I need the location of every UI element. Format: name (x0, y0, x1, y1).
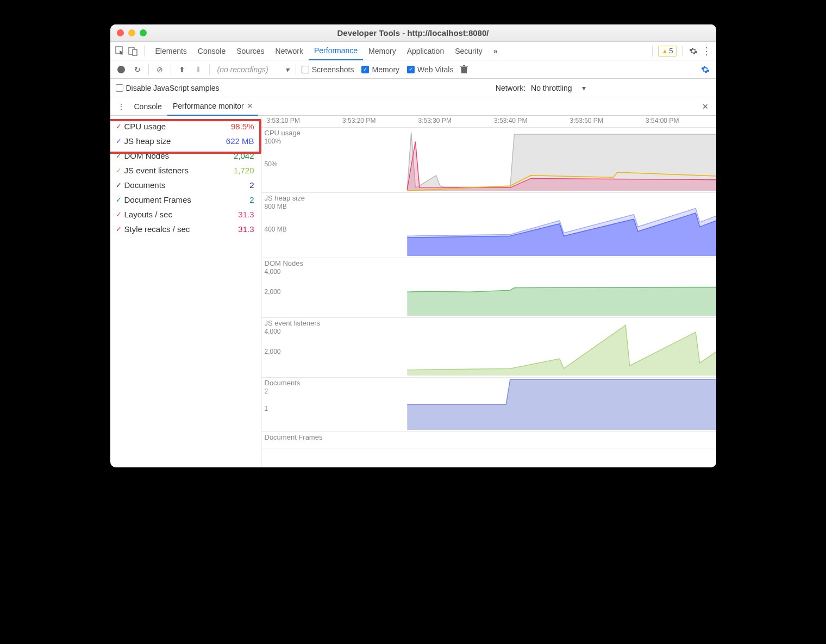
metric-label: Document Frames (124, 195, 216, 204)
time-tick: 3:54:00 PM (646, 117, 679, 124)
settings-icon[interactable] (688, 46, 699, 57)
time-axis: 3:53:10 PM3:53:20 PM3:53:30 PM3:53:40 PM… (261, 116, 716, 128)
time-tick: 3:53:50 PM (570, 117, 603, 124)
metric-js-event-listeners[interactable]: ✓ JS event listeners 1,720 (110, 163, 261, 178)
close-drawer-icon[interactable]: ✕ (700, 102, 711, 111)
panel-settings-icon[interactable] (700, 64, 711, 75)
warning-count: 5 (669, 47, 673, 55)
tab-memory[interactable]: Memory (363, 42, 402, 60)
metric-value: 2 (216, 180, 254, 190)
chart-dom-nodes: DOM Nodes4,0002,000 (261, 258, 716, 318)
warnings-badge[interactable]: ▲ 5 (658, 46, 676, 57)
minimize-window-icon[interactable] (128, 29, 135, 36)
metric-value: 2 (216, 195, 254, 204)
metric-label: Documents (124, 180, 216, 190)
tab-elements[interactable]: Elements (150, 42, 192, 60)
metric-style-recalcs-sec[interactable]: ✓ Style recalcs / sec 31.3 (110, 222, 261, 236)
reload-icon[interactable]: ↻ (132, 64, 143, 75)
metric-label: Layouts / sec (124, 210, 216, 219)
tab-sources[interactable]: Sources (231, 42, 270, 60)
check-icon: ✓ (116, 210, 124, 218)
checkbox-screenshots[interactable]: Screenshots (302, 65, 354, 74)
maximize-window-icon[interactable] (140, 29, 147, 36)
drawer-tab-performance-monitor[interactable]: Performance monitor✕ (167, 97, 258, 116)
upload-icon[interactable]: ⬆ (177, 64, 187, 75)
metric-value: 1,720 (216, 166, 254, 175)
tab-security[interactable]: Security (449, 42, 488, 60)
performance-options-bar: Disable JavaScript samples Network: No t… (110, 79, 716, 97)
check-icon: ✓ (116, 152, 124, 160)
metric-label: JS heap size (124, 136, 216, 146)
tab-performance[interactable]: Performance (309, 42, 363, 60)
metric-value: 31.3 (216, 210, 254, 219)
chart-cpu-usage: CPU usage100%50% (261, 128, 716, 193)
drawer-tab-console[interactable]: Console (129, 97, 167, 116)
inspect-element-icon[interactable] (115, 46, 126, 57)
metric-value: 622 MB (216, 136, 254, 146)
warning-icon: ▲ (661, 47, 668, 55)
metric-js-heap-size[interactable]: ✓ JS heap size 622 MB (110, 134, 261, 148)
drawer-menu-icon[interactable]: ⋮ (116, 102, 127, 111)
chart-document-frames: Document Frames (261, 432, 716, 448)
time-tick: 3:53:20 PM (342, 117, 376, 124)
chart-title: Documents (265, 379, 301, 387)
chevron-down-icon: ▾ (582, 84, 586, 92)
download-icon[interactable]: ⬇ (193, 64, 204, 75)
check-icon: ✓ (116, 137, 124, 145)
trash-icon[interactable] (459, 64, 470, 75)
metric-label: Style recalcs / sec (124, 224, 216, 234)
more-menu-icon[interactable]: ⋮ (701, 46, 712, 57)
metric-documents[interactable]: ✓ Documents 2 (110, 178, 261, 192)
chart-title: CPU usage (265, 129, 301, 137)
devtools-window: Developer Tools - http://localhost:8080/… (110, 24, 716, 467)
chart-js-event-listeners: JS event listeners4,0002,000 (261, 318, 716, 378)
close-tab-icon[interactable]: ✕ (247, 102, 253, 110)
metric-value: 31.3 (216, 224, 254, 234)
recordings-dropdown[interactable]: (no recordings) (215, 65, 290, 74)
tab-console[interactable]: Console (192, 42, 231, 60)
tab-application[interactable]: Application (402, 42, 450, 60)
chart-title: JS heap size (265, 194, 305, 202)
metric-label: JS event listeners (124, 166, 216, 175)
checkbox-web-vitals[interactable]: ✓Web Vitals (407, 65, 453, 74)
titlebar: Developer Tools - http://localhost:8080/ (110, 24, 716, 42)
metric-layouts-sec[interactable]: ✓ Layouts / sec 31.3 (110, 207, 261, 222)
check-icon: ✓ (116, 166, 124, 174)
metric-value: 2,042 (216, 151, 254, 160)
check-icon: ✓ (116, 122, 124, 130)
chart-title: JS event listeners (265, 319, 321, 327)
performance-toolbar: ↻ ⊘ ⬆ ⬇ (no recordings) Screenshots✓Memo… (110, 60, 716, 79)
network-throttling-dropdown[interactable]: No throttling ▾ (531, 84, 585, 92)
metrics-sidebar: ✓ CPU usage 98.5%✓ JS heap size 622 MB✓ … (110, 116, 261, 467)
more-tabs-icon[interactable]: » (490, 46, 501, 57)
time-tick: 3:53:30 PM (418, 117, 452, 124)
metric-label: DOM Nodes (124, 151, 216, 160)
window-title: Developer Tools - http://localhost:8080/ (110, 28, 716, 37)
metric-value: 98.5% (216, 122, 254, 131)
metric-label: CPU usage (124, 122, 216, 131)
disable-js-samples-checkbox[interactable]: Disable JavaScript samples (116, 84, 220, 92)
chart-documents: Documents21 (261, 378, 716, 432)
close-window-icon[interactable] (117, 29, 124, 36)
device-toggle-icon[interactable] (128, 46, 139, 57)
metric-cpu-usage[interactable]: ✓ CPU usage 98.5% (110, 119, 261, 134)
charts-panel: 3:53:10 PM3:53:20 PM3:53:30 PM3:53:40 PM… (261, 116, 716, 467)
chart-title: Document Frames (265, 433, 323, 441)
checkbox-memory[interactable]: ✓Memory (361, 65, 399, 74)
chart-js-heap-size: JS heap size800 MB400 MB (261, 193, 716, 258)
drawer-tab-bar: ⋮ ConsolePerformance monitor✕ ✕ (110, 97, 716, 116)
metric-dom-nodes[interactable]: ✓ DOM Nodes 2,042 (110, 148, 261, 163)
check-icon: ✓ (116, 196, 124, 204)
metric-document-frames[interactable]: ✓ Document Frames 2 (110, 192, 261, 207)
tab-network[interactable]: Network (270, 42, 309, 60)
svg-rect-2 (133, 49, 137, 55)
disable-js-samples-label: Disable JavaScript samples (126, 84, 220, 92)
clear-icon[interactable]: ⊘ (154, 64, 165, 75)
time-tick: 3:53:40 PM (494, 117, 527, 124)
record-icon[interactable] (116, 64, 127, 75)
network-label: Network: (496, 84, 525, 92)
check-icon: ✓ (116, 225, 124, 233)
time-tick: 3:53:10 PM (267, 117, 300, 124)
main-tab-bar: ElementsConsoleSourcesNetworkPerformance… (110, 42, 716, 60)
chart-title: DOM Nodes (265, 259, 304, 267)
